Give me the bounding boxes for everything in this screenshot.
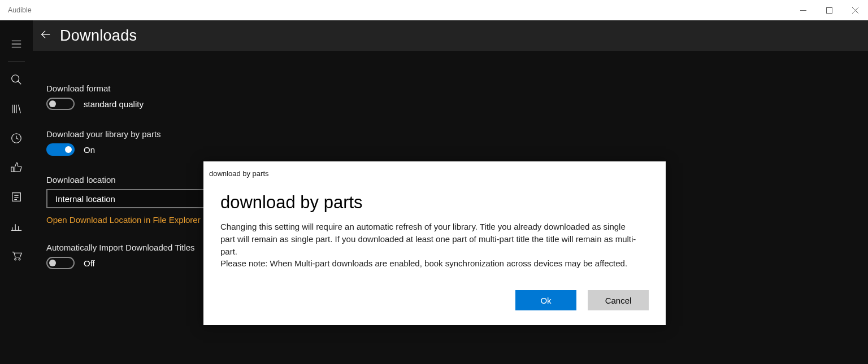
cancel-button[interactable]: Cancel [588, 290, 649, 310]
download-format-toggle[interactable] [46, 98, 75, 110]
cart-icon[interactable] [0, 241, 33, 270]
svg-point-26 [19, 258, 20, 260]
page-title: Downloads [60, 27, 137, 45]
download-by-parts-value: On [84, 145, 95, 155]
svg-rect-16 [11, 167, 14, 172]
close-button[interactable] [842, 0, 868, 20]
svg-point-25 [15, 258, 16, 260]
window-titlebar: Audible [0, 0, 868, 20]
window-controls [790, 0, 868, 20]
download-by-parts-toggle[interactable] [46, 143, 75, 156]
auto-import-value: Off [84, 258, 95, 268]
sidebar-divider [8, 61, 25, 62]
clock-icon[interactable] [0, 124, 33, 153]
dialog-caption: download by parts [209, 169, 649, 178]
download-by-parts-label: Download your library by parts [46, 129, 868, 139]
dialog-body-2: Please note: When Multi-part downloads a… [220, 257, 639, 270]
hamburger-menu-icon[interactable] [0, 29, 33, 59]
dialog-title: download by parts [220, 192, 649, 213]
svg-rect-1 [826, 7, 832, 13]
maximize-button[interactable] [816, 0, 842, 20]
download-by-parts-dialog: download by parts download by parts Chan… [203, 161, 666, 325]
svg-point-7 [12, 75, 19, 82]
library-icon[interactable] [0, 94, 33, 124]
back-arrow-icon[interactable] [40, 28, 52, 43]
sidebar [0, 20, 33, 364]
download-location-selected: Internal location [55, 194, 115, 204]
stats-icon[interactable] [0, 212, 33, 241]
download-format-label: Download format [46, 84, 868, 93]
dialog-body-1: Changing this setting will require an au… [220, 221, 639, 257]
thumbs-up-icon[interactable] [0, 153, 33, 182]
ok-button[interactable]: Ok [515, 290, 576, 310]
svg-line-12 [19, 105, 21, 113]
search-icon[interactable] [0, 65, 33, 94]
svg-line-15 [16, 138, 19, 139]
svg-line-8 [18, 81, 21, 85]
page-header: Downloads [33, 20, 868, 51]
auto-import-toggle[interactable] [46, 257, 75, 269]
notes-icon[interactable] [0, 182, 33, 212]
download-format-value: standard quality [84, 99, 144, 109]
app-name: Audible [8, 6, 32, 14]
minimize-button[interactable] [790, 0, 816, 20]
